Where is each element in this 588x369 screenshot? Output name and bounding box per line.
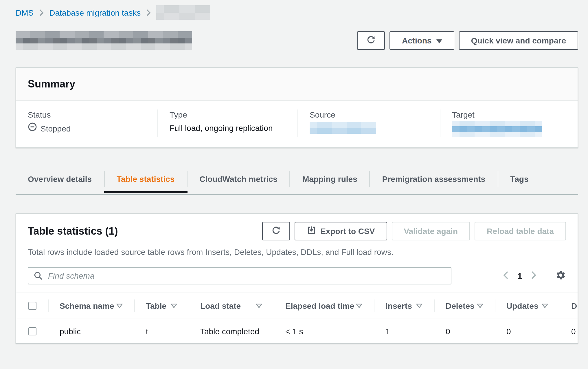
tab-cloudwatch-metrics[interactable]: CloudWatch metrics	[187, 171, 290, 187]
table-header-row: Schema name Table Load state Elapsed loa…	[16, 293, 578, 319]
reload-table-data-label: Reload table data	[487, 226, 554, 236]
column-header-updates[interactable]: Updates	[495, 293, 560, 319]
status-text: Stopped	[41, 123, 71, 135]
status-label: Status	[28, 109, 146, 120]
tab-table-statistics[interactable]: Table statistics	[104, 171, 187, 187]
column-header-deletes[interactable]: Deletes	[434, 293, 495, 319]
actions-button-label: Actions	[402, 36, 432, 45]
cell-updates: 0	[495, 319, 560, 343]
type-label: Type	[170, 109, 286, 120]
breadcrumb-redacted-task-name	[156, 5, 210, 20]
select-all-checkbox[interactable]	[28, 302, 36, 310]
cell-inserts: 1	[374, 319, 434, 343]
sort-icon[interactable]	[256, 304, 262, 308]
export-to-csv-button[interactable]: Export to CSV	[294, 222, 387, 240]
summary-header: Summary	[16, 68, 578, 101]
tab-mapping-rules[interactable]: Mapping rules	[290, 171, 370, 187]
column-header-load-state[interactable]: Load state	[189, 293, 274, 319]
cell-table: t	[134, 319, 189, 343]
pagination: 1	[503, 267, 566, 284]
quick-view-compare-label: Quick view and compare	[471, 36, 566, 45]
column-label: Schema name	[60, 301, 114, 310]
schema-search	[28, 267, 451, 284]
breadcrumb-tasks-link[interactable]: Database migration tasks	[49, 8, 141, 17]
table-refresh-button[interactable]	[262, 222, 290, 240]
dms-task-page: DMS Database migration tasks Actions	[0, 5, 588, 369]
actions-button[interactable]: Actions	[390, 31, 454, 50]
task-detail-tabs: Overview details Table statistics CloudW…	[16, 171, 578, 195]
reload-table-data-button[interactable]: Reload table data	[475, 222, 566, 240]
page-title-redacted	[16, 31, 192, 50]
chevron-left-icon	[503, 271, 508, 281]
chevron-right-icon	[531, 271, 536, 281]
validate-again-button[interactable]: Validate again	[392, 222, 470, 240]
page-header: Actions Quick view and compare	[16, 31, 578, 50]
column-label: Updates	[506, 301, 538, 310]
refresh-icon	[271, 226, 280, 237]
breadcrumb: DMS Database migration tasks	[16, 5, 578, 20]
target-label: Target	[452, 109, 566, 120]
summary-target-field: Target	[440, 109, 578, 137]
column-header-ddls[interactable]: DDLs	[560, 293, 578, 319]
chevron-right-icon	[146, 9, 150, 16]
source-label: Source	[310, 109, 428, 120]
sort-icon[interactable]	[477, 304, 483, 308]
caret-down-icon	[436, 36, 442, 45]
sort-icon[interactable]	[542, 304, 548, 308]
status-value: Stopped	[28, 122, 146, 135]
summary-type-field: Type Full load, ongoing replication	[157, 109, 297, 137]
type-value: Full load, ongoing replication	[170, 122, 286, 134]
cell-ddls: 0	[560, 319, 578, 343]
validate-again-label: Validate again	[404, 226, 458, 236]
previous-page-button[interactable]	[503, 271, 508, 281]
row-select-cell	[16, 319, 48, 343]
summary-status-field: Status Stopped	[16, 109, 157, 137]
table-statistics-buttons: Export to CSV Validate again Reload tabl…	[262, 222, 566, 240]
cell-elapsed-load-time: < 1 s	[274, 319, 374, 343]
table-row: public t Table completed < 1 s 1 0 0 0	[16, 319, 578, 343]
column-label: Inserts	[385, 301, 412, 310]
cell-deletes: 0	[434, 319, 495, 343]
table-toolbar: 1	[16, 267, 578, 284]
column-header-schema-name[interactable]: Schema name	[48, 293, 134, 319]
refresh-button[interactable]	[357, 31, 385, 50]
statistics-table: Schema name Table Load state Elapsed loa…	[16, 293, 578, 343]
summary-source-field: Source	[297, 109, 440, 137]
table-statistics-header: Table statistics (1) Export to CSV Valid…	[16, 222, 578, 240]
column-header-table[interactable]: Table	[134, 293, 189, 319]
column-label: Load state	[200, 301, 241, 310]
column-label: DDLs	[571, 301, 578, 310]
summary-title: Summary	[28, 78, 566, 90]
column-header-elapsed-load-time[interactable]: Elapsed load time	[274, 293, 374, 319]
current-page-number[interactable]: 1	[517, 271, 522, 280]
column-label: Table	[146, 301, 166, 310]
find-schema-input[interactable]	[28, 267, 451, 284]
sort-icon[interactable]	[356, 304, 362, 308]
target-value-redacted[interactable]	[452, 121, 542, 137]
quick-view-compare-button[interactable]: Quick view and compare	[459, 31, 578, 50]
stopped-status-icon	[28, 122, 37, 135]
gear-icon	[556, 270, 566, 282]
pagination-divider	[546, 267, 546, 284]
tab-tags[interactable]: Tags	[498, 171, 541, 187]
tab-premigration-assessments[interactable]: Premigration assessments	[370, 171, 498, 187]
table-settings-button[interactable]	[556, 270, 566, 282]
column-label: Elapsed load time	[285, 301, 354, 310]
breadcrumb-dms-link[interactable]: DMS	[16, 8, 34, 17]
sort-icon[interactable]	[416, 304, 422, 308]
column-label: Deletes	[446, 301, 475, 310]
sort-icon[interactable]	[171, 304, 177, 308]
source-value-redacted[interactable]	[310, 122, 376, 134]
sort-icon[interactable]	[116, 304, 123, 308]
column-header-inserts[interactable]: Inserts	[374, 293, 434, 319]
header-buttons: Actions Quick view and compare	[357, 31, 578, 50]
table-statistics-title: Table statistics (1)	[28, 225, 118, 237]
tab-overview-details[interactable]: Overview details	[16, 171, 104, 187]
refresh-icon	[367, 35, 376, 46]
search-icon	[34, 271, 43, 282]
next-page-button[interactable]	[531, 271, 536, 281]
download-icon	[306, 226, 316, 237]
summary-content: Status Stopped Type Full load, ongoing r…	[16, 101, 578, 147]
row-checkbox[interactable]	[28, 327, 36, 335]
chevron-right-icon	[39, 9, 43, 16]
